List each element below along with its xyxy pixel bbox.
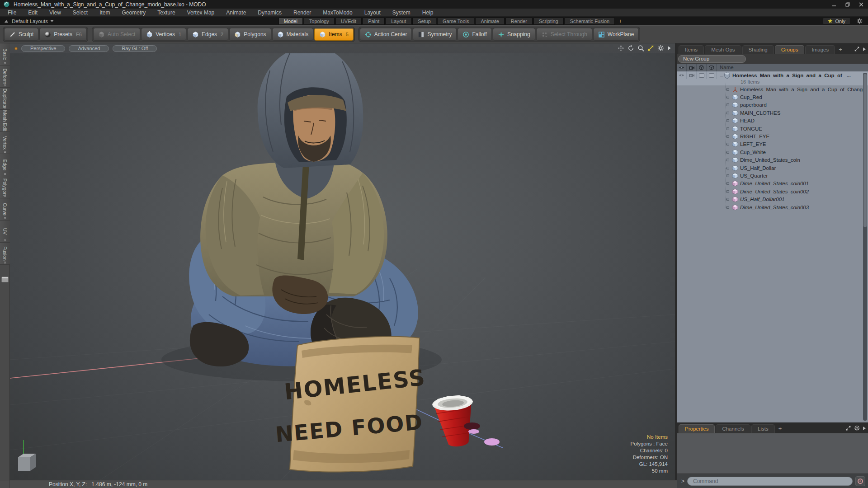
rotate-icon[interactable] bbox=[627, 45, 634, 52]
panel-tab-images[interactable]: Images bbox=[805, 45, 835, 54]
only-button[interactable]: Only bbox=[823, 18, 850, 24]
gear-icon[interactable] bbox=[857, 18, 863, 24]
viewport-gear-icon[interactable] bbox=[657, 45, 664, 52]
list-scrollbar-thumb[interactable] bbox=[863, 74, 867, 227]
toolbox-tab-uv[interactable]: UV bbox=[0, 221, 10, 243]
menu-item-geometry[interactable]: Geometry bbox=[116, 9, 152, 16]
toolbox-tab-vertex[interactable]: Vertex bbox=[0, 132, 10, 154]
group-eye-icon[interactable] bbox=[677, 71, 687, 79]
toolbox-tab-curve[interactable]: Curve bbox=[0, 198, 10, 221]
list-scrollbar[interactable] bbox=[863, 73, 867, 421]
menu-item-vertex-map[interactable]: Vertex Map bbox=[181, 9, 221, 16]
tree-bullet[interactable] bbox=[726, 103, 729, 106]
cardboard-sign[interactable]: HOMELESS NEED FOOD bbox=[274, 337, 427, 472]
item-row-main-clothes[interactable]: MAIN_CLOTHES bbox=[677, 109, 868, 117]
maximize-button[interactable] bbox=[841, 0, 854, 9]
expand-panel-icon[interactable] bbox=[845, 425, 851, 431]
item-row-us-half-dollar001[interactable]: US_Half_Dollar001 bbox=[677, 195, 868, 203]
menu-item-layout[interactable]: Layout bbox=[359, 9, 387, 16]
toolbox-tab-basic[interactable]: Basic bbox=[0, 43, 10, 66]
item-row-tongue[interactable]: TONGUE bbox=[677, 125, 868, 132]
item-row-dime-united-states-coin001[interactable]: Dime_United_States_coin001 bbox=[677, 180, 868, 188]
menu-item-file[interactable]: File bbox=[2, 9, 22, 16]
menu-item-texture[interactable]: Texture bbox=[151, 9, 181, 16]
group-render-icon[interactable] bbox=[687, 71, 697, 79]
shading-mode-button[interactable]: Advanced bbox=[69, 45, 109, 52]
macro-record-button[interactable] bbox=[855, 476, 865, 486]
toolbox-tab-deform[interactable]: Deform bbox=[0, 66, 10, 88]
items-button[interactable]: Items 5 bbox=[314, 28, 353, 41]
panel-tab-mesh-ops[interactable]: Mesh Ops bbox=[705, 45, 741, 54]
workspace-tab-setup[interactable]: Setup bbox=[412, 18, 436, 25]
pan-icon[interactable] bbox=[618, 45, 624, 52]
group-row[interactable]: – Homeless_Man_with_a_Sign_and_a_Cup_of_… bbox=[677, 71, 868, 85]
viewport-panel-arrow-icon[interactable] bbox=[667, 46, 671, 51]
tree-bullet[interactable] bbox=[726, 159, 729, 161]
red-cup[interactable] bbox=[432, 394, 476, 448]
workspace-tab-animate[interactable]: Animate bbox=[475, 18, 504, 25]
homeless-man-model[interactable] bbox=[189, 46, 418, 367]
tree-bullet[interactable] bbox=[726, 167, 729, 169]
item-row-dime-united-states-coin002[interactable]: Dime_United_States_coin002 bbox=[677, 188, 868, 195]
item-row-paperboard[interactable]: paperboard bbox=[677, 101, 868, 109]
item-row-right-eye[interactable]: RIGHT_EYE bbox=[677, 132, 868, 140]
action-center-button[interactable]: Action Center bbox=[360, 28, 412, 41]
viewport-3d[interactable]: HOMELESS NEED FOOD bbox=[10, 43, 675, 480]
materials-button[interactable]: Materials bbox=[272, 28, 314, 41]
workspace-tab-game-tools[interactable]: Game Tools bbox=[437, 18, 475, 25]
bottom-tab-properties[interactable]: Properties bbox=[679, 424, 715, 433]
menu-item-render[interactable]: Render bbox=[288, 9, 317, 16]
bottom-tab-channels[interactable]: Channels bbox=[716, 424, 750, 433]
tree-bullet[interactable] bbox=[726, 206, 729, 209]
item-row-cup-white[interactable]: Cup_White bbox=[677, 148, 868, 156]
minimize-button[interactable] bbox=[827, 0, 841, 9]
command-input[interactable] bbox=[687, 477, 853, 486]
close-button[interactable] bbox=[854, 0, 868, 9]
item-row-homeless-man-with-a-sign-and-a-cup-of-change[interactable]: Homeless_Man_with_a_Sign_and_a_Cup_of_Ch… bbox=[677, 85, 868, 93]
select-through-button[interactable]: Select Through bbox=[536, 28, 592, 41]
item-row-dime-united-states-coin[interactable]: Dime_United_States_coin bbox=[677, 156, 868, 164]
workspace-tab-paint[interactable]: Paint bbox=[363, 18, 385, 25]
panel-arrow-icon[interactable] bbox=[863, 47, 866, 52]
default-layouts-dropdown[interactable]: Default Layouts bbox=[12, 19, 54, 24]
tree-bullet[interactable] bbox=[726, 119, 729, 122]
group-collapse-toggle[interactable]: – bbox=[719, 73, 724, 78]
maximize-viewport-icon[interactable] bbox=[647, 45, 654, 52]
workplane-button[interactable]: WorkPlane bbox=[593, 28, 639, 41]
add-workspace-tab-button[interactable]: + bbox=[615, 18, 626, 24]
group-wire-checkbox[interactable] bbox=[697, 71, 707, 79]
menu-item-dynamics[interactable]: Dynamics bbox=[252, 9, 288, 16]
menu-item-item[interactable]: Item bbox=[94, 9, 116, 16]
toolbox-tab-duplicate[interactable]: Duplicate bbox=[0, 88, 10, 110]
workspace-tab-topology[interactable]: Topology bbox=[304, 18, 335, 25]
tree-bullet[interactable] bbox=[726, 174, 729, 177]
panel-tab-groups[interactable]: Groups bbox=[775, 45, 805, 54]
bottom-tab-lists[interactable]: Lists bbox=[751, 424, 775, 433]
add-tab-button[interactable]: + bbox=[836, 46, 845, 54]
collapse-arrow-icon[interactable] bbox=[5, 20, 8, 23]
tree-bullet[interactable] bbox=[726, 151, 729, 154]
tree-bullet[interactable] bbox=[726, 198, 729, 201]
workspace-tab-render[interactable]: Render bbox=[505, 18, 533, 25]
workspace-tab-uvedit[interactable]: UVEdit bbox=[335, 18, 362, 25]
snapping-button[interactable]: Snapping bbox=[493, 28, 535, 41]
auto-select-button[interactable]: Auto Select bbox=[93, 28, 140, 41]
item-row-us-half-dollar[interactable]: US_Half_Dollar bbox=[677, 164, 868, 172]
workspace-tab-model[interactable]: Model bbox=[278, 18, 303, 25]
edges-button[interactable]: Edges 2 bbox=[187, 28, 228, 41]
wire-column-header[interactable] bbox=[697, 64, 707, 71]
toolbox-tab-polygon[interactable]: Polygon bbox=[0, 176, 10, 198]
tree-bullet[interactable] bbox=[726, 96, 729, 99]
visibility-column-header[interactable] bbox=[677, 64, 687, 71]
menu-item-edit[interactable]: Edit bbox=[22, 9, 43, 16]
toolbox-tab-fusion[interactable]: Fusion bbox=[0, 243, 10, 265]
tree-bullet[interactable] bbox=[726, 88, 729, 91]
item-row-us-quarter[interactable]: US_Quarter bbox=[677, 172, 868, 179]
workspace-tab-layout[interactable]: Layout bbox=[386, 18, 411, 25]
panel-tab-items[interactable]: Items bbox=[679, 45, 704, 54]
view-mode-button[interactable]: Perspective bbox=[21, 45, 65, 52]
new-group-button[interactable]: New Group bbox=[678, 55, 746, 63]
palette-chip-icon[interactable] bbox=[1, 277, 9, 282]
polygons-button[interactable]: Polygons bbox=[229, 28, 271, 41]
presets-button[interactable]: Presets F6 bbox=[39, 28, 87, 41]
